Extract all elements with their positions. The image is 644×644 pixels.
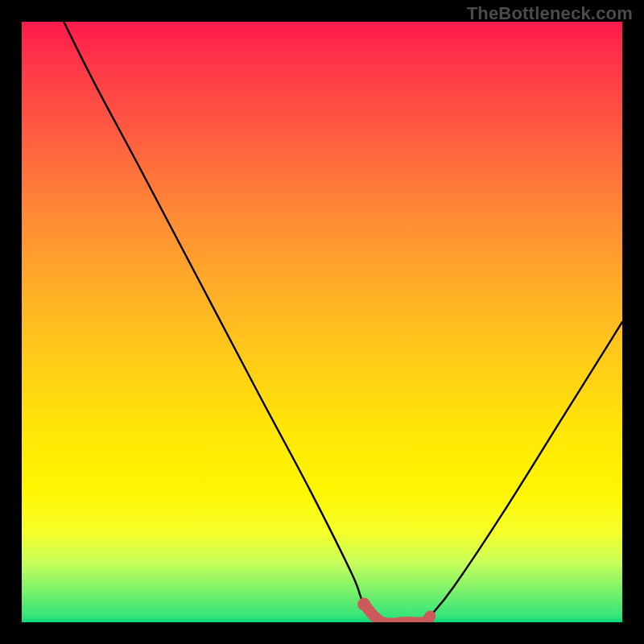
optimal-range-highlight: [364, 605, 430, 622]
plot-area: [22, 22, 622, 622]
curve-layer: [22, 22, 622, 622]
optimal-start-dot: [357, 598, 370, 611]
bottleneck-curve: [64, 22, 622, 622]
chart-stage: TheBottleneck.com: [0, 0, 644, 644]
